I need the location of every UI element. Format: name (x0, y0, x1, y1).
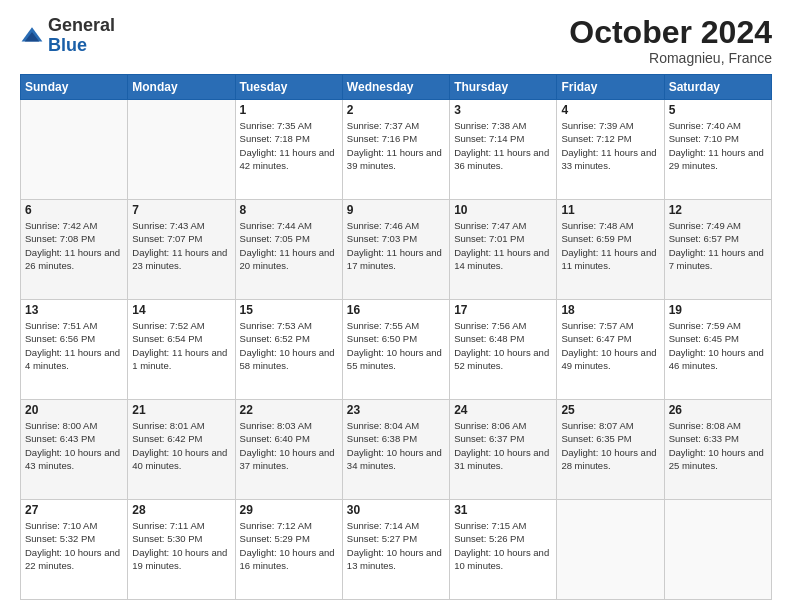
day-number: 1 (240, 103, 338, 117)
day-detail: Sunrise: 7:51 AMSunset: 6:56 PMDaylight:… (25, 319, 123, 372)
calendar-table: SundayMondayTuesdayWednesdayThursdayFrid… (20, 74, 772, 600)
day-number: 11 (561, 203, 659, 217)
calendar-day-cell: 10Sunrise: 7:47 AMSunset: 7:01 PMDayligh… (450, 200, 557, 300)
calendar-day-cell: 7Sunrise: 7:43 AMSunset: 7:07 PMDaylight… (128, 200, 235, 300)
calendar-day-cell: 19Sunrise: 7:59 AMSunset: 6:45 PMDayligh… (664, 300, 771, 400)
day-number: 29 (240, 503, 338, 517)
day-detail: Sunrise: 7:38 AMSunset: 7:14 PMDaylight:… (454, 119, 552, 172)
weekday-header: Friday (557, 75, 664, 100)
calendar-day-cell: 22Sunrise: 8:03 AMSunset: 6:40 PMDayligh… (235, 400, 342, 500)
day-detail: Sunrise: 7:47 AMSunset: 7:01 PMDaylight:… (454, 219, 552, 272)
day-number: 19 (669, 303, 767, 317)
day-detail: Sunrise: 7:56 AMSunset: 6:48 PMDaylight:… (454, 319, 552, 372)
calendar-header-row: SundayMondayTuesdayWednesdayThursdayFrid… (21, 75, 772, 100)
calendar-day-cell: 25Sunrise: 8:07 AMSunset: 6:35 PMDayligh… (557, 400, 664, 500)
day-number: 10 (454, 203, 552, 217)
logo-blue: Blue (48, 35, 87, 55)
calendar-week-row: 27Sunrise: 7:10 AMSunset: 5:32 PMDayligh… (21, 500, 772, 600)
day-detail: Sunrise: 7:11 AMSunset: 5:30 PMDaylight:… (132, 519, 230, 572)
day-number: 3 (454, 103, 552, 117)
day-number: 30 (347, 503, 445, 517)
calendar-day-cell: 11Sunrise: 7:48 AMSunset: 6:59 PMDayligh… (557, 200, 664, 300)
logo-text: General Blue (48, 16, 115, 56)
calendar-day-cell: 30Sunrise: 7:14 AMSunset: 5:27 PMDayligh… (342, 500, 449, 600)
month-title: October 2024 (569, 16, 772, 48)
day-number: 5 (669, 103, 767, 117)
calendar-day-cell (664, 500, 771, 600)
calendar-day-cell (128, 100, 235, 200)
day-number: 23 (347, 403, 445, 417)
calendar-day-cell: 20Sunrise: 8:00 AMSunset: 6:43 PMDayligh… (21, 400, 128, 500)
calendar-day-cell: 1Sunrise: 7:35 AMSunset: 7:18 PMDaylight… (235, 100, 342, 200)
day-number: 8 (240, 203, 338, 217)
logo-general: General (48, 15, 115, 35)
day-number: 22 (240, 403, 338, 417)
day-number: 2 (347, 103, 445, 117)
calendar-day-cell: 12Sunrise: 7:49 AMSunset: 6:57 PMDayligh… (664, 200, 771, 300)
day-number: 13 (25, 303, 123, 317)
day-number: 24 (454, 403, 552, 417)
day-number: 25 (561, 403, 659, 417)
day-detail: Sunrise: 7:42 AMSunset: 7:08 PMDaylight:… (25, 219, 123, 272)
day-number: 26 (669, 403, 767, 417)
day-detail: Sunrise: 7:59 AMSunset: 6:45 PMDaylight:… (669, 319, 767, 372)
calendar-day-cell: 17Sunrise: 7:56 AMSunset: 6:48 PMDayligh… (450, 300, 557, 400)
calendar-day-cell: 2Sunrise: 7:37 AMSunset: 7:16 PMDaylight… (342, 100, 449, 200)
calendar-day-cell: 14Sunrise: 7:52 AMSunset: 6:54 PMDayligh… (128, 300, 235, 400)
day-detail: Sunrise: 7:15 AMSunset: 5:26 PMDaylight:… (454, 519, 552, 572)
weekday-header: Tuesday (235, 75, 342, 100)
day-number: 7 (132, 203, 230, 217)
day-detail: Sunrise: 7:46 AMSunset: 7:03 PMDaylight:… (347, 219, 445, 272)
calendar-day-cell (21, 100, 128, 200)
day-detail: Sunrise: 7:35 AMSunset: 7:18 PMDaylight:… (240, 119, 338, 172)
calendar-week-row: 1Sunrise: 7:35 AMSunset: 7:18 PMDaylight… (21, 100, 772, 200)
day-number: 31 (454, 503, 552, 517)
day-number: 14 (132, 303, 230, 317)
logo-icon (20, 24, 44, 48)
day-number: 6 (25, 203, 123, 217)
calendar-day-cell: 16Sunrise: 7:55 AMSunset: 6:50 PMDayligh… (342, 300, 449, 400)
day-detail: Sunrise: 8:06 AMSunset: 6:37 PMDaylight:… (454, 419, 552, 472)
calendar-day-cell: 6Sunrise: 7:42 AMSunset: 7:08 PMDaylight… (21, 200, 128, 300)
weekday-header: Monday (128, 75, 235, 100)
day-detail: Sunrise: 7:53 AMSunset: 6:52 PMDaylight:… (240, 319, 338, 372)
day-detail: Sunrise: 8:04 AMSunset: 6:38 PMDaylight:… (347, 419, 445, 472)
calendar-week-row: 13Sunrise: 7:51 AMSunset: 6:56 PMDayligh… (21, 300, 772, 400)
day-number: 17 (454, 303, 552, 317)
calendar-week-row: 6Sunrise: 7:42 AMSunset: 7:08 PMDaylight… (21, 200, 772, 300)
day-detail: Sunrise: 8:03 AMSunset: 6:40 PMDaylight:… (240, 419, 338, 472)
calendar-day-cell: 23Sunrise: 8:04 AMSunset: 6:38 PMDayligh… (342, 400, 449, 500)
day-detail: Sunrise: 8:01 AMSunset: 6:42 PMDaylight:… (132, 419, 230, 472)
day-detail: Sunrise: 7:40 AMSunset: 7:10 PMDaylight:… (669, 119, 767, 172)
day-detail: Sunrise: 7:52 AMSunset: 6:54 PMDaylight:… (132, 319, 230, 372)
day-number: 15 (240, 303, 338, 317)
day-number: 16 (347, 303, 445, 317)
day-number: 20 (25, 403, 123, 417)
calendar-day-cell: 26Sunrise: 8:08 AMSunset: 6:33 PMDayligh… (664, 400, 771, 500)
day-detail: Sunrise: 7:14 AMSunset: 5:27 PMDaylight:… (347, 519, 445, 572)
weekday-header: Wednesday (342, 75, 449, 100)
calendar-day-cell: 15Sunrise: 7:53 AMSunset: 6:52 PMDayligh… (235, 300, 342, 400)
day-detail: Sunrise: 7:44 AMSunset: 7:05 PMDaylight:… (240, 219, 338, 272)
day-number: 12 (669, 203, 767, 217)
day-number: 21 (132, 403, 230, 417)
calendar-day-cell: 28Sunrise: 7:11 AMSunset: 5:30 PMDayligh… (128, 500, 235, 600)
day-detail: Sunrise: 7:39 AMSunset: 7:12 PMDaylight:… (561, 119, 659, 172)
weekday-header: Sunday (21, 75, 128, 100)
calendar-day-cell: 3Sunrise: 7:38 AMSunset: 7:14 PMDaylight… (450, 100, 557, 200)
day-detail: Sunrise: 7:37 AMSunset: 7:16 PMDaylight:… (347, 119, 445, 172)
calendar-day-cell: 8Sunrise: 7:44 AMSunset: 7:05 PMDaylight… (235, 200, 342, 300)
header: General Blue October 2024 Romagnieu, Fra… (20, 16, 772, 66)
page: General Blue October 2024 Romagnieu, Fra… (0, 0, 792, 612)
calendar-day-cell: 9Sunrise: 7:46 AMSunset: 7:03 PMDaylight… (342, 200, 449, 300)
day-detail: Sunrise: 7:49 AMSunset: 6:57 PMDaylight:… (669, 219, 767, 272)
calendar-day-cell: 29Sunrise: 7:12 AMSunset: 5:29 PMDayligh… (235, 500, 342, 600)
calendar-day-cell: 13Sunrise: 7:51 AMSunset: 6:56 PMDayligh… (21, 300, 128, 400)
calendar-day-cell (557, 500, 664, 600)
calendar-day-cell: 31Sunrise: 7:15 AMSunset: 5:26 PMDayligh… (450, 500, 557, 600)
day-number: 28 (132, 503, 230, 517)
day-detail: Sunrise: 7:48 AMSunset: 6:59 PMDaylight:… (561, 219, 659, 272)
weekday-header: Thursday (450, 75, 557, 100)
calendar-day-cell: 18Sunrise: 7:57 AMSunset: 6:47 PMDayligh… (557, 300, 664, 400)
calendar-day-cell: 4Sunrise: 7:39 AMSunset: 7:12 PMDaylight… (557, 100, 664, 200)
